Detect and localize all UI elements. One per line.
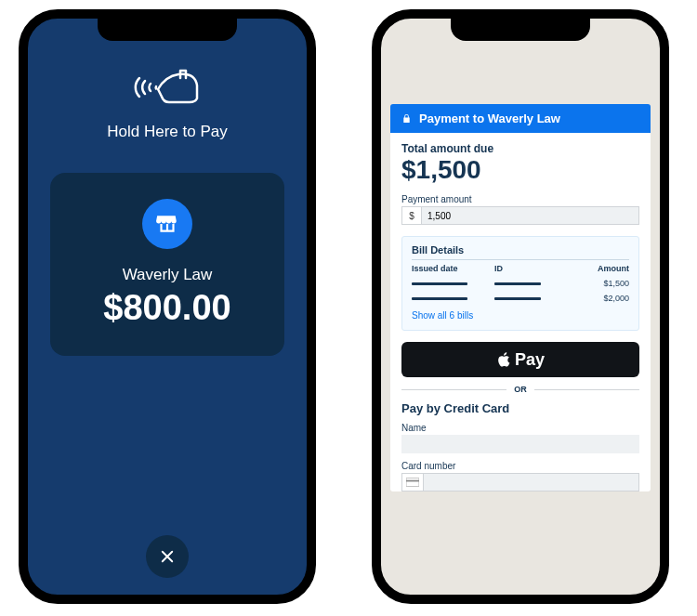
svg-rect-0 bbox=[406, 478, 419, 486]
close-icon bbox=[159, 548, 176, 565]
cc-name-label: Name bbox=[401, 423, 639, 433]
phone-notch bbox=[98, 17, 237, 41]
bill-details-box: Bill Details Issued date ID Amount $1,50… bbox=[401, 236, 639, 331]
bill-amount: $1,500 bbox=[568, 279, 629, 288]
apple-icon bbox=[496, 351, 513, 368]
total-due-label: Total amount due bbox=[401, 142, 639, 155]
store-icon bbox=[142, 199, 192, 249]
card-icon bbox=[401, 473, 424, 491]
phone-notch bbox=[451, 17, 590, 41]
cc-name-input[interactable] bbox=[401, 435, 639, 453]
close-button[interactable] bbox=[146, 535, 189, 578]
tap-to-pay-phone: Hold Here to Pay Waverly Law $800.00 bbox=[19, 9, 316, 604]
cc-number-input[interactable] bbox=[424, 473, 639, 491]
payment-amount-input[interactable] bbox=[422, 206, 639, 225]
col-id: ID bbox=[494, 264, 569, 273]
apple-pay-label: Pay bbox=[515, 350, 545, 370]
hold-here-instruction: Hold Here to Pay bbox=[107, 123, 227, 141]
bill-row: $2,000 bbox=[412, 294, 629, 303]
col-amount: Amount bbox=[568, 264, 629, 273]
payment-amount-label: Payment amount bbox=[401, 194, 639, 204]
or-divider: OR bbox=[401, 385, 639, 394]
merchant-card: Waverly Law $800.00 bbox=[50, 173, 284, 356]
total-due-amount: $1,500 bbox=[401, 155, 639, 185]
merchant-name: Waverly Law bbox=[123, 266, 213, 284]
cc-number-label: Card number bbox=[401, 461, 639, 471]
lock-icon bbox=[401, 113, 412, 124]
payment-header: Payment to Waverly Law bbox=[390, 104, 651, 133]
bill-row: $1,500 bbox=[412, 279, 629, 288]
contactless-icon bbox=[130, 61, 204, 113]
col-issued-date: Issued date bbox=[412, 264, 494, 273]
svg-rect-1 bbox=[406, 480, 419, 482]
bill-details-title: Bill Details bbox=[412, 244, 629, 260]
apple-pay-button[interactable]: Pay bbox=[401, 342, 639, 377]
payment-header-text: Payment to Waverly Law bbox=[419, 111, 560, 125]
payment-amount-display: $800.00 bbox=[103, 288, 230, 328]
currency-prefix: $ bbox=[401, 206, 422, 225]
payment-form-phone: Payment to Waverly Law Total amount due … bbox=[372, 9, 669, 604]
bill-amount: $2,000 bbox=[568, 294, 629, 303]
show-all-bills-link[interactable]: Show all 6 bills bbox=[412, 310, 629, 321]
credit-card-title: Pay by Credit Card bbox=[401, 401, 639, 415]
